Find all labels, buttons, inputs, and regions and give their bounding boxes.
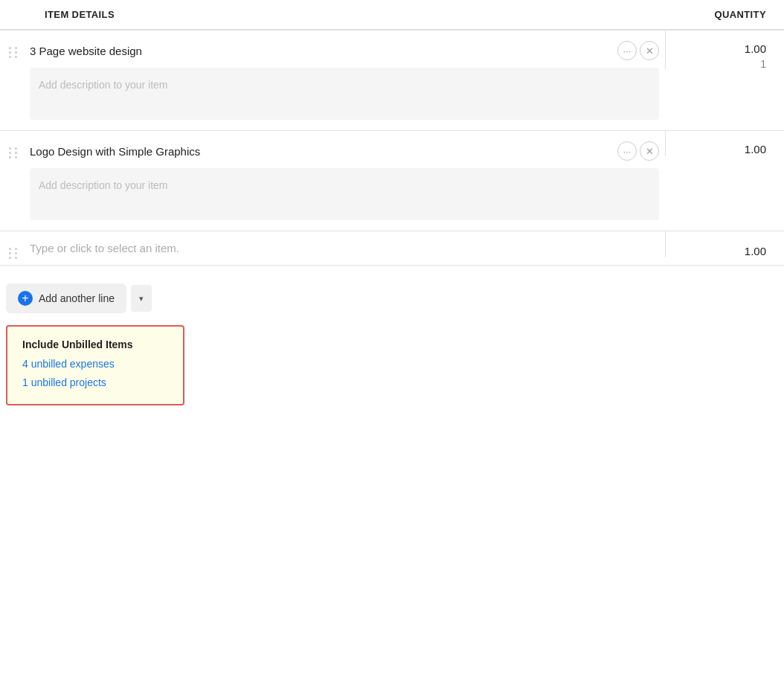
more-options-icon-1: ··· [623, 45, 632, 57]
add-another-line-button[interactable]: + Add another line [6, 283, 126, 313]
header-item-details: ITEM DETAILS [0, 9, 665, 20]
unbilled-items-panel: Include Unbilled Items 4 unbilled expens… [6, 325, 184, 405]
invoice-line-items: ITEM DETAILS QUANTITY 3 Page website des… [0, 0, 784, 680]
add-line-label: Add another line [39, 292, 115, 304]
add-line-dropdown-button[interactable]: ▾ [131, 285, 152, 312]
unbilled-expenses-link[interactable]: 4 unbilled expenses [22, 355, 168, 373]
add-line-container: + Add another line ▾ [0, 283, 784, 313]
remove-button-1[interactable]: ✕ [640, 41, 659, 60]
line-item-2: Logo Design with Simple Graphics ··· ✕ A… [0, 131, 784, 231]
item-name-placeholder-3[interactable]: Type or click to select an item. [30, 242, 659, 254]
close-icon-1: ✕ [646, 45, 654, 57]
drag-dots-icon-3 [9, 248, 19, 259]
item-actions-1: ··· ✕ [617, 41, 659, 60]
more-options-button-2[interactable]: ··· [617, 141, 637, 161]
item-content-3[interactable]: Type or click to select an item. [30, 231, 665, 265]
item-name-2: Logo Design with Simple Graphics [30, 145, 611, 158]
unbilled-title: Include Unbilled Items [22, 339, 168, 350]
header-quantity: QUANTITY [665, 9, 784, 20]
plus-symbol: + [22, 292, 28, 304]
unbilled-projects-link[interactable]: 1 unbilled projects [22, 373, 168, 392]
table-header: ITEM DETAILS QUANTITY [0, 0, 784, 31]
quantity-col-3: 1.00 [665, 231, 784, 257]
description-placeholder-1: Add description to your item [39, 79, 168, 91]
drag-dots-icon [9, 47, 19, 58]
item-name-row-3: Type or click to select an item. [30, 242, 659, 254]
quantity-col-2: 1.00 [665, 131, 784, 155]
item-name-1: 3 Page website design [30, 45, 611, 57]
chevron-down-icon: ▾ [139, 294, 144, 304]
quantity-value-2[interactable]: 1.00 [745, 143, 766, 155]
quantity-col-1: 1.00 1 [665, 31, 784, 70]
description-placeholder-2: Add description to your item [39, 179, 168, 191]
item-content-2: Logo Design with Simple Graphics ··· ✕ A… [30, 131, 665, 231]
remove-button-2[interactable]: ✕ [640, 141, 659, 161]
drag-handle-3[interactable] [0, 231, 30, 259]
line-item-1: 3 Page website design ··· ✕ Add descript… [0, 31, 784, 131]
close-icon-2: ✕ [646, 146, 654, 157]
more-options-button-1[interactable]: ··· [617, 41, 637, 60]
quantity-value-3[interactable]: 1.00 [745, 245, 766, 257]
item-content-1: 3 Page website design ··· ✕ Add descript… [30, 31, 665, 130]
plus-icon: + [18, 291, 33, 306]
line-item-3: Type or click to select an item. 1.00 [0, 231, 784, 266]
drag-handle-2[interactable] [0, 131, 30, 158]
description-box-2[interactable]: Add description to your item [30, 168, 659, 220]
bottom-section: + Add another line ▾ Include Unbilled It… [0, 266, 784, 405]
quantity-value-1[interactable]: 1.00 [745, 42, 766, 55]
description-box-1[interactable]: Add description to your item [30, 68, 659, 120]
drag-handle-1[interactable] [0, 31, 30, 58]
drag-dots-icon-2 [9, 147, 19, 158]
more-options-icon-2: ··· [623, 146, 632, 157]
item-actions-2: ··· ✕ [617, 141, 659, 161]
item-name-row-2: Logo Design with Simple Graphics ··· ✕ [30, 141, 659, 161]
quantity-edit-1[interactable]: 1 [760, 58, 766, 70]
item-name-row-1: 3 Page website design ··· ✕ [30, 41, 659, 60]
